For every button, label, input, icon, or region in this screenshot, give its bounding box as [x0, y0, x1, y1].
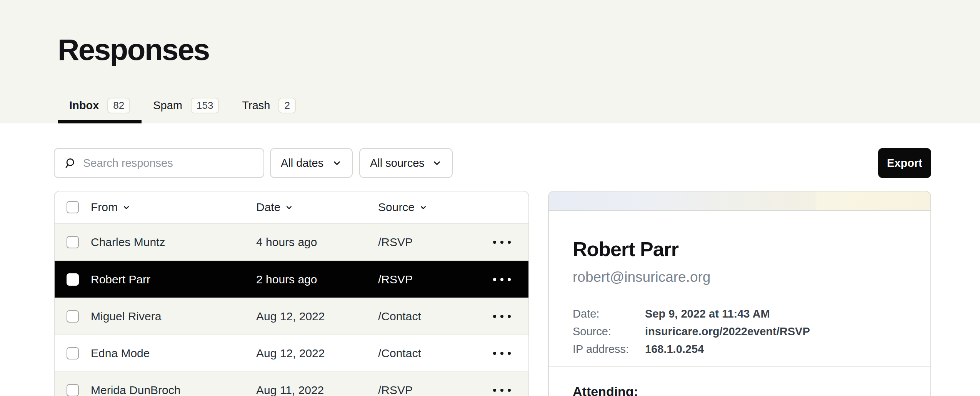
row-menu-button[interactable]: [493, 237, 511, 248]
column-label: Source: [378, 201, 415, 214]
respondent-email: robert@insuricare.org: [573, 270, 907, 285]
row-date: Aug 12, 2022: [256, 310, 378, 323]
chevron-down-icon: [122, 203, 130, 211]
detail-top: Robert Parr robert@insuricare.org Date: …: [549, 211, 930, 355]
meta-row: IP address: 168.1.0.254: [573, 344, 907, 355]
tab-label: Trash: [242, 99, 270, 112]
sources-filter-label: All sources: [370, 157, 425, 170]
row-menu: [486, 385, 528, 396]
toolbar: All dates All sources Export: [54, 148, 931, 178]
table-body: Charles Muntz 4 hours ago /RSVP Robert P…: [55, 224, 528, 396]
row-checkbox[interactable]: [67, 273, 79, 286]
tab-count-badge: 2: [278, 98, 295, 113]
header-band: Responses Inbox 82 Spam 153 Trash 2: [0, 0, 980, 123]
tabs: Inbox 82 Spam 153 Trash 2: [58, 98, 307, 123]
row-source: /Contact: [378, 310, 486, 323]
sources-filter-dropdown[interactable]: All sources: [359, 148, 453, 178]
meta-label: Source:: [573, 326, 645, 337]
column-header-date[interactable]: Date: [256, 201, 378, 214]
meta-row: Date: Sep 9, 2022 at 11:43 AM: [573, 308, 907, 319]
dates-filter-dropdown[interactable]: All dates: [270, 148, 353, 178]
responses-page: Responses Inbox 82 Spam 153 Trash 2 All …: [0, 0, 980, 396]
chevron-down-icon: [419, 203, 427, 211]
row-source: /Contact: [378, 347, 486, 360]
tab-label: Spam: [153, 99, 182, 112]
respondent-name: Robert Parr: [573, 238, 907, 260]
row-menu-button[interactable]: [493, 385, 511, 396]
row-menu-button[interactable]: [493, 348, 511, 359]
select-all-checkbox[interactable]: [67, 201, 79, 213]
table-row[interactable]: Miguel Rivera Aug 12, 2022 /Contact: [55, 298, 528, 334]
row-from: Robert Parr: [91, 273, 256, 286]
table-row[interactable]: Merida DunBroch Aug 11, 2022 /RSVP: [55, 371, 528, 396]
detail-banner: [549, 191, 930, 211]
row-date: Aug 12, 2022: [256, 347, 378, 360]
row-menu-button[interactable]: [493, 274, 511, 285]
row-from: Charles Muntz: [91, 236, 256, 249]
search-input[interactable]: [83, 157, 259, 170]
chevron-down-icon: [285, 203, 293, 211]
detail-bottom: Attending:: [549, 367, 930, 396]
meta-label: IP address:: [573, 344, 645, 355]
row-checkbox[interactable]: [67, 236, 79, 248]
table-row[interactable]: Charles Muntz 4 hours ago /RSVP: [55, 224, 528, 261]
column-label: Date: [256, 201, 280, 214]
row-checkbox[interactable]: [67, 310, 79, 323]
response-meta: Date: Sep 9, 2022 at 11:43 AM Source: in…: [573, 308, 907, 355]
tab-trash[interactable]: Trash 2: [230, 98, 307, 123]
toolbar-spacer: [453, 148, 878, 178]
row-checkbox[interactable]: [67, 384, 79, 396]
meta-value: Sep 9, 2022 at 11:43 AM: [645, 308, 770, 319]
column-header-from[interactable]: From: [91, 201, 256, 214]
tab-count-badge: 82: [107, 98, 130, 113]
response-detail-panel: Robert Parr robert@insuricare.org Date: …: [548, 191, 931, 396]
table-header-row: From Date Source: [55, 191, 528, 224]
tab-inbox[interactable]: Inbox 82: [58, 98, 142, 123]
search-icon: [64, 157, 76, 169]
search-box[interactable]: [54, 148, 264, 178]
page-title: Responses: [58, 32, 209, 67]
row-from: Merida DunBroch: [91, 384, 256, 396]
meta-label: Date:: [573, 308, 645, 319]
row-from: Edna Mode: [91, 347, 256, 360]
row-date: 2 hours ago: [256, 273, 378, 286]
row-checkbox[interactable]: [67, 347, 79, 359]
responses-table: From Date Source Charles Muntz 4 hours a…: [54, 191, 529, 396]
meta-value: 168.1.0.254: [645, 344, 704, 355]
row-menu: [486, 237, 528, 248]
row-menu: [486, 311, 528, 322]
tab-count-badge: 153: [191, 98, 219, 113]
dates-filter-label: All dates: [281, 157, 323, 170]
chevron-down-icon: [432, 158, 442, 168]
column-header-source[interactable]: Source: [378, 201, 486, 214]
table-row[interactable]: Robert Parr 2 hours ago /RSVP: [55, 261, 528, 298]
meta-value: insuricare.org/2022event/RSVP: [645, 326, 810, 337]
tab-spam[interactable]: Spam 153: [142, 98, 230, 123]
row-menu-button[interactable]: [493, 311, 511, 322]
row-from: Miguel Rivera: [91, 310, 256, 323]
row-menu: [486, 274, 528, 285]
meta-row: Source: insuricare.org/2022event/RSVP: [573, 326, 907, 337]
row-date: Aug 11, 2022: [256, 384, 378, 396]
column-label: From: [91, 201, 118, 214]
row-menu: [486, 348, 528, 359]
attending-heading: Attending:: [573, 384, 907, 396]
row-source: /RSVP: [378, 273, 486, 286]
row-date: 4 hours ago: [256, 236, 378, 249]
row-source: /RSVP: [378, 384, 486, 396]
chevron-down-icon: [332, 158, 342, 168]
export-button[interactable]: Export: [878, 148, 931, 178]
tab-label: Inbox: [69, 99, 99, 112]
row-source: /RSVP: [378, 236, 486, 249]
table-row[interactable]: Edna Mode Aug 12, 2022 /Contact: [55, 334, 528, 371]
